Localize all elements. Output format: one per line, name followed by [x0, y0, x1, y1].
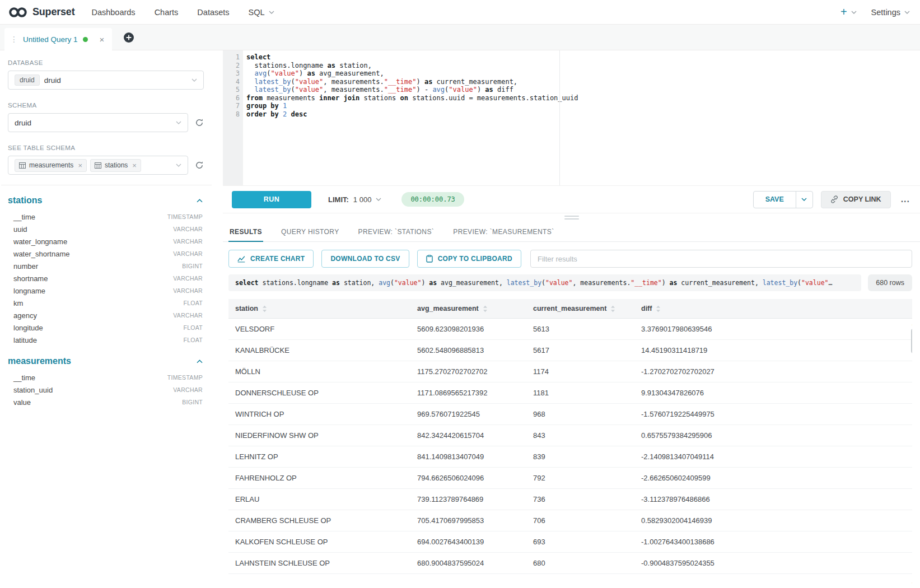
settings-menu[interactable]: Settings [871, 8, 910, 17]
download-csv-button[interactable]: DOWNLOAD TO CSV [321, 250, 409, 268]
database-select[interactable]: druid druid [8, 71, 204, 90]
sql-token: "value" [449, 86, 477, 94]
results-tab-label: PREVIEW: `MEASUREMENTS` [453, 228, 554, 236]
editor-code-area[interactable]: select stations.longname as station, avg… [243, 50, 920, 185]
sql-token: avg_measurement, [315, 69, 384, 77]
sidebar-divider [1, 185, 212, 185]
sql-token: "value" [545, 279, 572, 287]
cell-station: WINTRICH OP [228, 404, 410, 425]
close-tab-icon[interactable]: × [100, 35, 105, 44]
query-timer-badge: 00:00:00.73 [401, 192, 464, 207]
sql-token: on [400, 94, 408, 102]
column-type: VARCHAR [173, 226, 203, 232]
run-query-button[interactable]: RUN [232, 191, 311, 208]
results-tab-label: QUERY HISTORY [281, 228, 339, 236]
column-header-label: diff [641, 305, 652, 312]
sql-token: order by [246, 110, 279, 118]
sql-token: stations.uuid = measurements.station_uui… [408, 94, 578, 102]
database-value: druid [44, 76, 61, 85]
table-chip-measurements[interactable]: measurements× [15, 159, 87, 172]
save-button[interactable]: SAVE [754, 192, 796, 208]
sql-token: 1 [283, 102, 287, 110]
line-number: 4 [223, 78, 240, 86]
cell-current-measurement: 839 [526, 446, 634, 468]
executed-query-preview[interactable]: select stations.longname as station, avg… [228, 274, 861, 291]
scroll-down-icon[interactable]: ▼ [910, 581, 912, 587]
save-options-button[interactable] [796, 192, 812, 208]
drag-handle-icon[interactable]: ⋮ [10, 35, 18, 44]
sql-token: stations [359, 94, 400, 102]
results-tab-results[interactable]: RESULTS [228, 222, 263, 241]
sql-editor[interactable]: 12345678 select stations.longname as sta… [223, 50, 920, 186]
results-tab-query-history[interactable]: QUERY HISTORY [280, 222, 340, 241]
results-tab-preview-stations[interactable]: PREVIEW: `STATIONS` [357, 222, 436, 241]
results-table-area: stationavg_measurementcurrent_measuremen… [228, 299, 912, 588]
column-header-station[interactable]: station [228, 299, 410, 319]
topnav-right: + Settings [840, 6, 910, 18]
create-chart-button[interactable]: CREATE CHART [228, 250, 314, 268]
column-name: station_uuid [13, 386, 53, 394]
cell-current-measurement: 1181 [526, 382, 634, 404]
table-row: MÖLLN1175.27027027027021174-1.2702702702… [228, 361, 912, 382]
table-section-header-measurements[interactable]: measurements [8, 356, 203, 366]
superset-sql-lab: Superset DashboardsChartsDatasetsSQL + S… [0, 0, 920, 588]
line-number: 6 [223, 94, 240, 102]
save-button-group: SAVE [753, 191, 813, 208]
column-type: BIGINT [182, 263, 203, 269]
add-tab-button[interactable] [123, 32, 134, 43]
column-header-avg-measurement[interactable]: avg_measurement [410, 299, 526, 319]
scrollbar-thumb[interactable] [911, 329, 912, 353]
schema-column-row: agencyVARCHAR [8, 309, 204, 321]
schema-value: druid [15, 119, 31, 127]
code-line: stations.longname as station, [246, 62, 920, 70]
copy-clipboard-button[interactable]: COPY TO CLIPBOARD [417, 250, 521, 268]
column-type: VARCHAR [173, 386, 203, 393]
clipboard-icon [426, 255, 433, 263]
chevron-up-icon[interactable] [197, 199, 203, 203]
chevron-up-icon[interactable] [197, 360, 203, 363]
query-preview-row: select stations.longname as station, avg… [228, 274, 912, 291]
sort-icon [610, 305, 615, 312]
schema-row: druid [8, 113, 204, 132]
results-scrollbar[interactable]: ▲ ▼ [910, 321, 912, 587]
refresh-schemas-button[interactable] [195, 118, 204, 127]
chip-remove-icon[interactable]: × [132, 161, 137, 170]
scroll-up-icon[interactable]: ▲ [910, 321, 912, 327]
sql-token: select [246, 53, 270, 61]
nav-item-dashboards[interactable]: Dashboards [91, 8, 135, 17]
nav-item-datasets[interactable]: Datasets [197, 8, 229, 17]
column-header-diff[interactable]: diff [634, 299, 912, 319]
table-chips: measurements×stations× [15, 159, 144, 172]
column-type: TIMESTAMP [167, 213, 203, 220]
sql-lab-sidebar: DATABASE druid druid SCHEMA druid SEE TA… [0, 50, 213, 588]
sql-token: as [424, 78, 432, 86]
sql-token: ( [541, 279, 545, 287]
nav-item-charts[interactable]: Charts [155, 8, 179, 17]
table-chip-stations[interactable]: stations× [90, 159, 141, 172]
schema-select[interactable]: druid [8, 113, 188, 132]
column-header-current-measurement[interactable]: current_measurement [526, 299, 634, 319]
chip-remove-icon[interactable]: × [78, 161, 82, 170]
pane-resize-handle[interactable] [223, 213, 920, 222]
filter-results-input[interactable] [530, 250, 912, 268]
nav-item-sql[interactable]: SQL [249, 8, 274, 17]
cell-station: LAHNSTEIN SCHLEUSE OP [228, 553, 410, 574]
caret-down-icon [176, 164, 181, 167]
more-options-button[interactable]: ... [899, 194, 912, 204]
column-name: agency [13, 311, 37, 320]
cell-station: CRAMBERG SCHLEUSE OP [228, 510, 410, 531]
table-section-header-stations[interactable]: stations [8, 195, 203, 206]
new-item-button[interactable]: + [840, 6, 857, 18]
table-select[interactable]: measurements×stations× [8, 156, 188, 175]
refresh-tables-button[interactable] [195, 161, 204, 170]
superset-home-link[interactable]: Superset [8, 6, 74, 18]
editor-tab-bar: ⋮ Untitled Query 1 × [0, 25, 920, 50]
results-tab-preview-measurements[interactable]: PREVIEW: `MEASUREMENTS` [452, 222, 555, 241]
copy-link-button[interactable]: COPY LINK [821, 191, 891, 208]
sql-token: as [429, 279, 437, 287]
query-tab[interactable]: ⋮ Untitled Query 1 × [4, 28, 112, 50]
cell-avg-measurement: 5609.623098201936 [410, 319, 526, 340]
schema-label: SCHEMA [8, 102, 204, 109]
limit-dropdown[interactable]: LIMIT: 1 000 [328, 195, 381, 204]
column-name: water_longname [13, 237, 67, 246]
